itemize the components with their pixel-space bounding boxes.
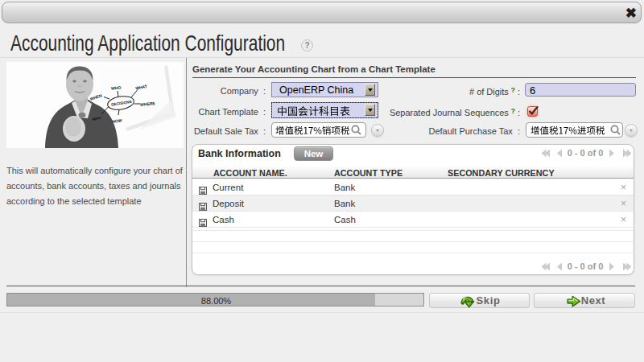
svg-text:WHO: WHO [111,85,122,91]
